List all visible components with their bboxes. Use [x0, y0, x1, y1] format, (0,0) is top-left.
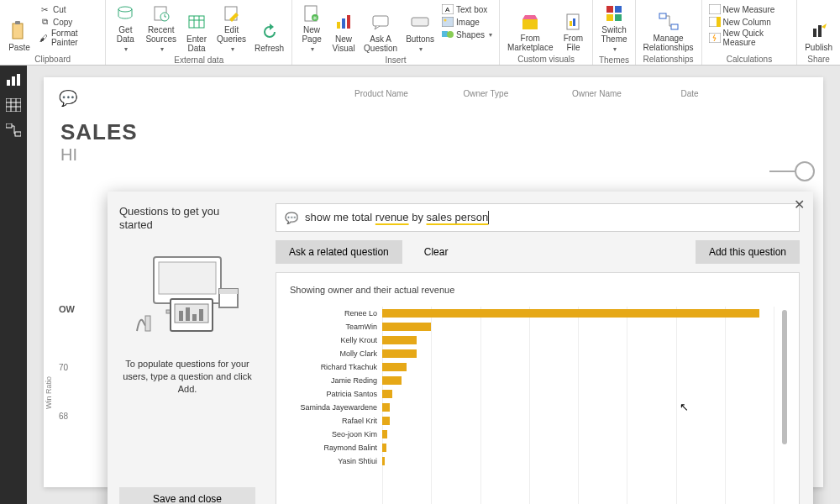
bar [382, 444, 386, 452]
bar-label: Seo-joon Kim [290, 430, 382, 438]
ribbon-group-relationships: Manage Relationships Relationships [636, 0, 702, 65]
bar [382, 457, 385, 465]
svg-rect-22 [442, 31, 448, 37]
refresh-button[interactable]: Refresh [252, 2, 286, 55]
button-icon [410, 13, 430, 33]
related-question-button[interactable]: Ask a related question [276, 240, 402, 264]
qa-dialog: Questions to get you started To populate… [108, 192, 813, 504]
bar-row: TeamWin [290, 320, 774, 333]
svg-rect-36 [717, 17, 721, 27]
switch-theme-button[interactable]: Switch Theme▾ [598, 2, 629, 55]
new-measure-button[interactable]: New Measure [707, 3, 792, 15]
publish-button[interactable]: Publish [802, 2, 835, 54]
svg-rect-26 [570, 21, 572, 26]
svg-rect-33 [671, 24, 678, 29]
cut-button[interactable]: ✂Cut [37, 3, 100, 15]
bar-label: TeamWin [290, 323, 382, 331]
ribbon-group-calc: New Measure New Column New Quick Measure… [702, 0, 798, 65]
svg-rect-56 [179, 311, 183, 321]
svg-rect-14 [342, 18, 345, 29]
svg-rect-34 [709, 4, 721, 14]
svg-rect-59 [199, 309, 203, 321]
report-canvas: 💬 SALES HI Product Name Owner Type Owner… [27, 66, 840, 504]
format-painter-button[interactable]: 🖌Format Painter [37, 29, 100, 47]
bar [382, 376, 402, 385]
svg-rect-51 [159, 262, 216, 294]
recent-sources-button[interactable]: Recent Sources▾ [143, 2, 179, 55]
from-file-button[interactable]: From File [559, 2, 587, 54]
svg-rect-30 [606, 14, 613, 21]
bar-label: Kelly Krout [290, 336, 382, 344]
new-page-button[interactable]: ✳New Page▾ [297, 2, 326, 55]
svg-rect-42 [17, 74, 20, 86]
dialog-sidebar: Questions to get you started To populate… [108, 192, 267, 504]
new-column-button[interactable]: New Column [707, 16, 792, 28]
svg-rect-62 [145, 316, 150, 331]
bar-row: Richard Tkachuk [290, 360, 774, 374]
edit-queries-button[interactable]: Edit Queries▾ [214, 2, 249, 55]
page-subtitle: HI [60, 145, 806, 165]
svg-rect-48 [6, 123, 12, 128]
bar-label: Richard Tkachuk [290, 363, 382, 371]
svg-rect-49 [15, 132, 21, 136]
new-visual-button[interactable]: New Visual [329, 2, 358, 55]
svg-rect-41 [12, 76, 15, 86]
bar [382, 323, 431, 331]
svg-text:A: A [445, 6, 450, 13]
enter-data-button[interactable]: Enter Data [182, 2, 211, 55]
bar-chart: Renee LoTeamWinKelly KroutMolly ClarkRic… [290, 307, 774, 504]
image-icon [442, 16, 454, 28]
data-view-icon[interactable] [5, 97, 22, 113]
bar-row: Raymond Balint [290, 441, 774, 454]
question-input[interactable]: 💬 show me total rvenue by sales person [276, 203, 800, 232]
bar-label: Renee Lo [290, 309, 382, 318]
file-icon [563, 12, 583, 32]
question-icon [370, 13, 391, 33]
ribbon-group-share: Publish Share [797, 0, 840, 65]
bar-row: Seo-joon Kim [290, 428, 774, 441]
textbox-button[interactable]: AText box [440, 3, 494, 15]
from-marketplace-button[interactable]: From Marketplace [505, 2, 555, 54]
mouse-cursor-icon: ↖ [680, 401, 689, 413]
close-icon[interactable]: ✕ [794, 197, 805, 213]
refresh-icon [260, 22, 280, 42]
result-chart: Showing owner and their actual revenue R… [276, 272, 800, 504]
page-title: SALES [60, 119, 806, 145]
chart-scrollbar[interactable] [782, 310, 787, 444]
image-button[interactable]: Image [440, 16, 494, 28]
bar-label: Patricia Santos [290, 390, 382, 398]
bar [382, 390, 392, 398]
ribbon-group-themes: Switch Theme▾ Themes [593, 0, 635, 65]
group-label: Clipboard [34, 54, 71, 65]
save-close-button[interactable]: Save and close [119, 487, 255, 504]
svg-rect-40 [7, 80, 10, 86]
chart-title: Showing owner and their actual revenue [290, 285, 785, 295]
svg-rect-5 [189, 16, 204, 28]
paste-icon [9, 21, 29, 41]
paste-button[interactable]: Paste [5, 2, 34, 54]
dialog-heading: Questions to get you started [119, 205, 255, 232]
manage-relationships-button[interactable]: Manage Relationships [641, 2, 696, 54]
bar-label: Rafael Krit [290, 417, 382, 425]
measure-icon [709, 3, 721, 15]
svg-point-23 [447, 31, 454, 38]
textbox-icon: A [442, 3, 454, 15]
report-view-icon[interactable] [5, 72, 22, 87]
copy-button[interactable]: ⧉Copy [37, 16, 100, 28]
bar [382, 417, 390, 425]
model-view-icon[interactable] [5, 123, 22, 138]
bar [382, 349, 417, 358]
shapes-button[interactable]: Shapes▾ [440, 29, 494, 40]
clear-button[interactable]: Clear [411, 240, 462, 264]
new-quick-measure-button[interactable]: New Quick Measure [707, 29, 792, 47]
cut-icon: ✂ [39, 3, 50, 15]
buttons-button[interactable]: Buttons▾ [403, 2, 437, 55]
ask-question-button[interactable]: Ask A Question [361, 2, 400, 55]
svg-rect-17 [412, 18, 428, 26]
add-question-button[interactable]: Add this question [696, 240, 800, 264]
svg-rect-28 [606, 6, 613, 13]
bar-row: Jamie Reding [290, 374, 774, 387]
get-data-button[interactable]: Get Data▾ [111, 2, 139, 55]
brush-icon: 🖌 [39, 32, 49, 44]
svg-rect-29 [615, 6, 622, 13]
